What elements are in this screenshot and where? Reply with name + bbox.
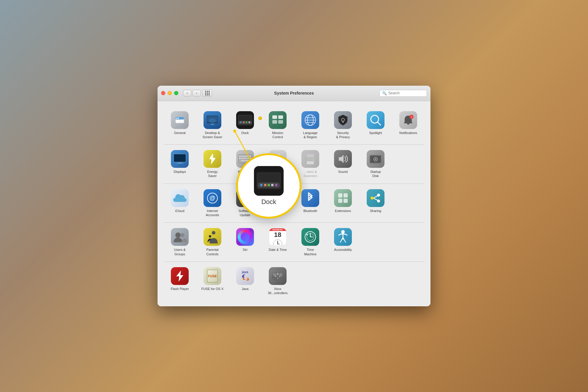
search-box[interactable]: 🔍 bbox=[379, 90, 427, 97]
extensions-icon bbox=[334, 189, 352, 207]
pref-icloud[interactable]: iCloud bbox=[163, 186, 196, 220]
svg-point-73 bbox=[209, 235, 211, 238]
displays-icon bbox=[171, 150, 189, 168]
minimize-button[interactable] bbox=[168, 91, 172, 95]
forward-button[interactable]: › bbox=[193, 90, 201, 96]
svg-point-71 bbox=[180, 233, 185, 237]
sound-label: Sound bbox=[338, 170, 348, 174]
svg-rect-63 bbox=[338, 193, 342, 197]
pref-desktop[interactable]: Desktop &Screen Saver bbox=[196, 108, 229, 142]
pref-flash[interactable]: Flash Player bbox=[163, 264, 196, 298]
parental-icon bbox=[204, 228, 221, 246]
svg-point-89 bbox=[277, 274, 278, 275]
svg-point-54 bbox=[375, 159, 376, 160]
svg-rect-12 bbox=[272, 120, 277, 124]
startup-icon bbox=[367, 150, 384, 168]
pref-siri[interactable]: Siri bbox=[229, 225, 261, 259]
svg-line-22 bbox=[377, 122, 381, 125]
pref-fuse[interactable]: FUSE FUSE for OS X bbox=[196, 264, 229, 298]
section-personal: General Desktop &Screen Saver bbox=[163, 106, 425, 145]
pref-mission-control[interactable]: MissionControl bbox=[261, 108, 294, 142]
language-icon bbox=[301, 111, 319, 129]
pref-startup[interactable]: StartupDisk bbox=[359, 147, 392, 181]
window-title: System Preferences bbox=[274, 91, 314, 95]
svg-point-8 bbox=[209, 118, 216, 123]
pref-extensions[interactable]: Extensions bbox=[327, 186, 359, 220]
sharing-icon bbox=[367, 189, 384, 207]
svg-point-49 bbox=[313, 159, 315, 160]
section-system: Users &Groups ParentalControls bbox=[163, 223, 425, 262]
pref-displays[interactable]: Displays bbox=[163, 147, 196, 181]
pref-spotlight[interactable]: Spotlight bbox=[359, 108, 392, 142]
svg-point-4 bbox=[176, 118, 177, 119]
maximize-button[interactable] bbox=[174, 91, 178, 95]
pref-sharing[interactable]: Sharing bbox=[359, 186, 392, 220]
pref-dock[interactable]: Dock bbox=[229, 108, 261, 142]
desktop-label: Desktop &Screen Saver bbox=[203, 131, 223, 139]
pref-sound[interactable]: Sound bbox=[327, 147, 359, 181]
desktop-icon bbox=[204, 111, 221, 129]
pref-notifications[interactable]: ! Notifications bbox=[392, 108, 425, 142]
dock-icon bbox=[236, 111, 254, 129]
pref-users-groups[interactable]: Users &Groups bbox=[163, 225, 196, 259]
close-button[interactable] bbox=[161, 91, 165, 95]
pref-internet-accounts[interactable]: @ InternetAccounts bbox=[196, 186, 229, 220]
siri-label: Siri bbox=[243, 248, 247, 252]
spotlight-icon bbox=[367, 111, 384, 129]
energy-icon bbox=[204, 150, 221, 168]
pref-general[interactable]: General bbox=[163, 108, 196, 142]
dock-highlight-circle: Dock bbox=[236, 153, 301, 219]
svg-rect-34 bbox=[245, 156, 247, 157]
svg-rect-64 bbox=[344, 193, 348, 197]
titlebar: ‹ › System Preferences 🔍 bbox=[158, 86, 430, 101]
svg-rect-20 bbox=[342, 121, 344, 123]
users-groups-icon bbox=[171, 228, 189, 246]
users-groups-label: Users &Groups bbox=[174, 248, 185, 256]
spotlight-label: Spotlight bbox=[369, 131, 382, 135]
pref-energy[interactable]: EnergySaver bbox=[196, 147, 229, 181]
accessibility-label: Accessibility bbox=[334, 248, 352, 252]
svg-rect-33 bbox=[243, 156, 245, 157]
search-input[interactable] bbox=[388, 91, 424, 95]
pref-security[interactable]: Security& Privacy bbox=[327, 108, 359, 142]
svg-marker-50 bbox=[339, 155, 344, 163]
pref-date-time[interactable]: MONDAY 18 Date & Time bbox=[261, 225, 294, 259]
notifications-icon: ! bbox=[399, 111, 417, 129]
icloud-label: iCloud bbox=[175, 209, 184, 213]
svg-rect-13 bbox=[278, 120, 283, 124]
svg-rect-48 bbox=[307, 161, 314, 164]
flash-label: Flash Player bbox=[171, 287, 189, 291]
pref-parental[interactable]: ParentalControls bbox=[196, 225, 229, 259]
icloud-icon bbox=[171, 189, 189, 207]
nav-buttons: ‹ › bbox=[183, 90, 201, 96]
svg-rect-10 bbox=[272, 115, 277, 119]
xbox-label: Xbox 36...ontrollers bbox=[264, 287, 292, 295]
dock-label: Dock bbox=[241, 131, 249, 135]
internet-accounts-label: InternetAccounts bbox=[206, 209, 219, 217]
fuse-label: FUSE for OS X bbox=[201, 287, 224, 291]
svg-rect-37 bbox=[239, 158, 241, 159]
security-label: Security& Privacy bbox=[336, 131, 350, 139]
svg-rect-39 bbox=[243, 158, 245, 159]
svg-rect-9 bbox=[211, 124, 214, 125]
svg-point-81 bbox=[341, 230, 345, 234]
pref-xbox[interactable]: Xbox 36...ontrollers bbox=[261, 264, 294, 298]
pref-language[interactable]: Language& Region bbox=[294, 108, 327, 142]
mission-control-label: MissionControl bbox=[272, 131, 283, 139]
xbox-icon bbox=[269, 267, 287, 285]
printers-icon bbox=[301, 150, 319, 168]
accessibility-icon bbox=[334, 228, 352, 246]
svg-point-5 bbox=[178, 118, 179, 119]
svg-point-72 bbox=[212, 231, 215, 235]
pref-java[interactable]: java Java bbox=[229, 264, 261, 298]
startup-label: StartupDisk bbox=[370, 170, 381, 178]
grid-view-button[interactable] bbox=[203, 90, 212, 97]
svg-rect-31 bbox=[239, 156, 241, 157]
pref-time-machine[interactable]: TimeMachine bbox=[294, 225, 327, 259]
language-label: Language& Region bbox=[303, 131, 318, 139]
time-machine-label: TimeMachine bbox=[304, 248, 317, 256]
back-button[interactable]: ‹ bbox=[183, 90, 191, 96]
svg-rect-27 bbox=[174, 154, 185, 162]
pref-accessibility[interactable]: Accessibility bbox=[327, 225, 359, 259]
svg-rect-11 bbox=[278, 115, 283, 119]
